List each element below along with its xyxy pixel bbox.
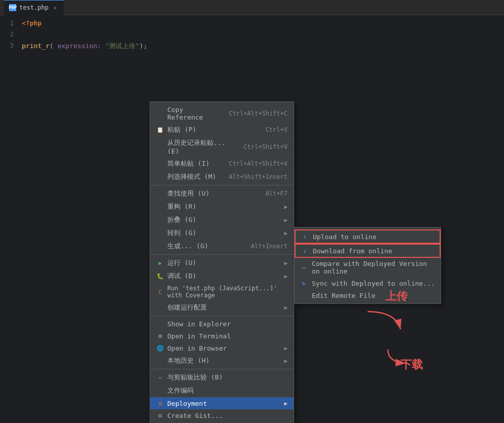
editor-tab[interactable]: PHP test.php × [4, 0, 64, 15]
upload-label: Upload to online [313, 233, 376, 241]
menu-item-run-config[interactable]: 创建运行配置 ▶ [150, 301, 294, 314]
menu-item-paste-simple[interactable]: 简单粘贴 (I) Ctrl+Alt+Shift+V [150, 157, 294, 170]
download-icon: ↓ [301, 247, 309, 255]
separator-1 [150, 185, 294, 185]
browser-icon: 🌐 [156, 344, 164, 352]
menu-item-generate[interactable]: 生成... (G) Alt+Insert [150, 240, 294, 253]
download-label: Download from online [313, 247, 392, 255]
paste-icon: 📋 [156, 126, 164, 134]
coverage-icon: C [156, 288, 164, 296]
edit-remote-spacer [300, 291, 308, 299]
line-number-1: 1 [4, 19, 22, 27]
menu-item-open-terminal[interactable]: ⊞ Open in Terminal [150, 330, 294, 342]
menu-item-find-usage[interactable]: 查找使用 (U) Alt+F7 [150, 187, 294, 200]
compare-deployed-label: Compare with Deployed Version on online [312, 260, 436, 275]
separator-2 [150, 254, 294, 255]
run-icon: ▶ [156, 259, 164, 267]
menu-item-compare-clipboard[interactable]: ⇔ 与剪贴板比较 (B) [150, 371, 294, 384]
line-content-3: print_r( expression: "测试上传"); [22, 42, 148, 51]
terminal-icon: ⊞ [156, 332, 164, 340]
menu-item-run[interactable]: ▶ 运行 (U) ▶ [150, 256, 294, 270]
menu-item-paste-history[interactable]: 从历史记录粘贴... (E) Ctrl+Shift+V [150, 136, 294, 157]
line-number-3: 3 [4, 42, 22, 49]
editor-line-1: 1 <?php [0, 19, 504, 30]
menu-item-debug[interactable]: 🐛 调试 (D) ▶ [150, 270, 294, 283]
menu-item-copy-reference[interactable]: Copy Reference Ctrl+Alt+Shift+C [150, 104, 294, 123]
menu-item-paste[interactable]: 📋 粘贴 (P) Ctrl+V [150, 123, 294, 136]
title-bar: PHP test.php × [0, 0, 504, 15]
editor-line-2: 2 [0, 30, 504, 42]
menu-item-show-in-explorer[interactable]: Show in Explorer [150, 318, 294, 330]
compare-icon: ⇔ [156, 373, 164, 381]
deployment-submenu: ↑ Upload to online ↓ Download from onlin… [294, 227, 441, 304]
gist-icon: ⊙ [156, 411, 164, 419]
deployment-icon: ⇅ [156, 399, 164, 407]
menu-item-column-select[interactable]: 列选择模式 (M) Alt+Shift+Insert [150, 170, 294, 183]
submenu-item-upload[interactable]: ↑ Upload to online [295, 229, 441, 244]
submenu-item-sync[interactable]: ↻ Sync with Deployed to online... [295, 277, 441, 289]
upload-icon: ↑ [301, 233, 309, 241]
submenu-item-download[interactable]: ↓ Download from online [295, 244, 441, 258]
download-annotation: 下载 [401, 357, 423, 372]
menu-item-deployment[interactable]: ⇅ Deployment ▶ [150, 397, 294, 409]
tab-filename: test.php [19, 4, 49, 11]
menu-item-local-history[interactable]: 本地历史 (H) ▶ [150, 354, 294, 367]
menu-item-goto[interactable]: 转到 (G) ▶ [150, 226, 294, 240]
editor-line-3: 3 print_r( expression: "测试上传"); [0, 42, 504, 53]
submenu-item-compare-deployed[interactable]: ⇔ Compare with Deployed Version on onlin… [295, 258, 441, 277]
edit-remote-label: Edit Remote File [312, 292, 375, 299]
debug-icon: 🐛 [156, 272, 164, 280]
menu-item-refactor[interactable]: 重构 (R) ▶ [150, 200, 294, 213]
submenu-item-edit-remote[interactable]: Edit Remote File [295, 289, 441, 301]
sync-icon: ↻ [300, 279, 308, 287]
sync-label: Sync with Deployed to online... [312, 280, 435, 287]
menu-item-fold[interactable]: 折叠 (G) ▶ [150, 213, 294, 226]
separator-4 [150, 369, 294, 369]
menu-item-create-gist[interactable]: ⊙ Create Gist... [150, 409, 294, 421]
tab-close-button[interactable]: × [52, 4, 59, 11]
menu-item-open-browser[interactable]: 🌐 Open in Browser ▶ [150, 342, 294, 354]
menu-item-coverage[interactable]: C Run 'test.php (JavaScript...)' with Co… [150, 283, 294, 301]
php-icon: PHP [9, 4, 16, 11]
line-content-1: <?php [22, 19, 42, 27]
upload-arrow [365, 309, 406, 339]
compare-deployed-icon: ⇔ [300, 263, 308, 272]
separator-3 [150, 316, 294, 316]
context-menu: Copy Reference Ctrl+Alt+Shift+C 📋 粘贴 (P)… [150, 101, 294, 423]
menu-item-file-encoding[interactable]: 文件编码 [150, 384, 294, 397]
upload-annotation: 上传 [385, 289, 408, 304]
line-number-2: 2 [4, 30, 22, 38]
